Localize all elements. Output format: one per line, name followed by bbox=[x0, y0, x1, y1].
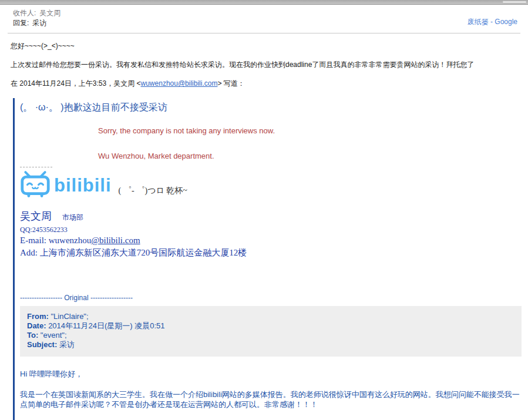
signature-department: 市场部 bbox=[62, 213, 83, 221]
signature-separator bbox=[20, 167, 52, 167]
bilibili-logo: bilibili ( ゜- ゜)つロ 乾杯~ bbox=[20, 170, 523, 197]
recipient-value: 吴文周 bbox=[39, 9, 60, 17]
sender-email-link[interactable]: wuwenzhou@bilibili.com bbox=[141, 79, 218, 88]
original-subject-row: Subject: 采访 bbox=[27, 340, 514, 350]
request-paragraph: 上次发过邮件给您想要一份采访。我有发私信和发推特给站长求采访。现在我的作业快到d… bbox=[11, 61, 517, 69]
original-date-row: Date: 2014年11月24日(星期一) 凌晨0:51 bbox=[27, 321, 514, 331]
original-date-value: 2014年11月24日(星期一) 凌晨0:51 bbox=[46, 321, 165, 330]
signature-email-row: E-mail: wuwenzhou@bilibili.com bbox=[20, 236, 523, 246]
quote-intro-line: 在 2014年11月24日，上午3:53，吴文周 <wuwenzhou@bili… bbox=[11, 79, 517, 88]
mail-header: 收件人:吴文周 回复:采访 废纸篓 - Google bbox=[0, 5, 528, 31]
original-header-box: From: "LinClaire"; Date: 2014年11月24日(星期一… bbox=[20, 306, 522, 357]
quoted-reply: (。 ·ω·。 )抱歉这边目前不接受采访 Sorry, the company … bbox=[13, 98, 528, 420]
message-body: 您好~~~~(>_<)~~~~ 上次发过邮件给您想要一份采访。我有发私信和发推特… bbox=[0, 33, 528, 88]
reply-row: 回复:采访 bbox=[13, 18, 520, 28]
quote-intro-prefix: 在 2014年11月24日，上午3:53，吴文周 < bbox=[11, 79, 141, 88]
original-subject-value: 采访 bbox=[57, 340, 75, 349]
bilibili-tv-icon bbox=[20, 170, 51, 197]
signature-address: Add: 上海市浦东新区浦东大道720号国际航运金融大厦12楼 bbox=[20, 247, 523, 258]
recipient-label: 收件人: bbox=[13, 9, 36, 17]
original-to-value: "event"; bbox=[38, 331, 66, 340]
original-from-value: "LinClaire"; bbox=[49, 312, 89, 321]
original-paragraph: 我是一个在英国读新闻系的大三学生。我在做一个介绍bilibili网站的多媒体报告… bbox=[20, 389, 523, 409]
original-from-row: From: "LinClaire"; bbox=[27, 312, 514, 321]
original-separator: ------------------ Original ------------… bbox=[20, 294, 523, 302]
signature-block: 吴文周 市场部 QQ:2453562233 E-mail: wuwenzhou@… bbox=[20, 210, 523, 258]
reply-headline: (。 ·ω·。 )抱歉这边目前不接受采访 bbox=[20, 102, 523, 113]
reply-english-line: Sorry, the company is not taking any int… bbox=[98, 126, 523, 135]
bilibili-wordmark: bilibili bbox=[54, 174, 112, 197]
quote-intro-suffix: > 写道： bbox=[217, 79, 244, 88]
original-to-label: To: bbox=[27, 331, 38, 340]
reply-signoff-line: Wu Wenzhou, Market department. bbox=[98, 152, 523, 160]
window-top-bar bbox=[0, 0, 528, 5]
original-to-row: To: "event"; bbox=[27, 331, 514, 340]
original-date-label: Date: bbox=[27, 321, 46, 330]
bilibili-slogan: ( ゜- ゜)つロ 乾杯~ bbox=[119, 186, 187, 197]
original-message-body: Hi 哔哩哔哩你好， 我是一个在英国读新闻系的大三学生。我在做一个介绍bilib… bbox=[20, 369, 523, 420]
scrollbar-thumb[interactable] bbox=[502, 1, 527, 4]
trash-google-link[interactable]: 废纸篓 - Google bbox=[468, 17, 517, 27]
recipient-row: 收件人:吴文周 bbox=[13, 8, 520, 18]
original-subject-label: Subject: bbox=[27, 340, 57, 349]
reply-value: 采访 bbox=[32, 19, 46, 27]
greeting-line: 您好~~~~(>_<)~~~~ bbox=[11, 42, 517, 51]
original-from-label: From: bbox=[27, 312, 49, 321]
signature-name: 吴文周 bbox=[20, 210, 52, 222]
reply-label: 回复: bbox=[13, 19, 29, 27]
signature-email-prefix: E-mail: wuwenzhou bbox=[20, 236, 91, 245]
signature-qq: QQ:2453562233 bbox=[20, 226, 523, 234]
signature-email-link[interactable]: @bilibili.com bbox=[91, 236, 140, 245]
original-greeting: Hi 哔哩哔哩你好， bbox=[20, 369, 523, 379]
